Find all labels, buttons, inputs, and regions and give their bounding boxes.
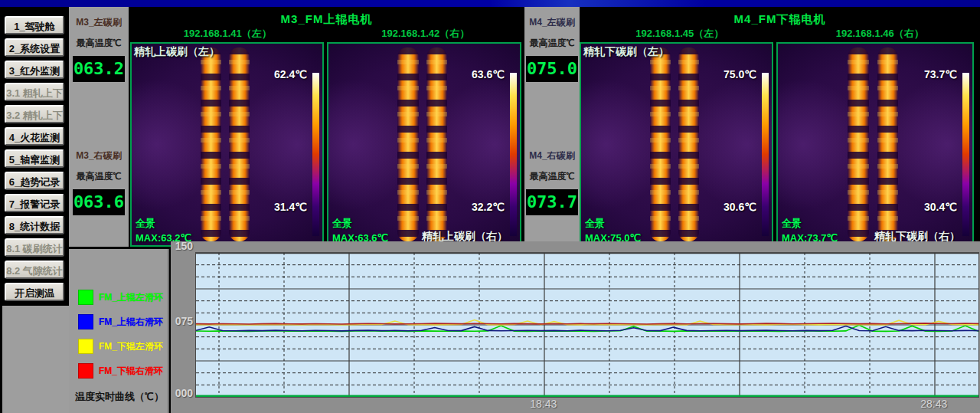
legend-label: FM_下辊左滑环	[99, 340, 163, 353]
thermal-caption: 精轧上碳刷（左）	[134, 45, 220, 59]
m4-left-camera-ip: 192.168.1.45（左）	[580, 27, 780, 41]
legend-item: FM_下辊左滑环	[78, 338, 163, 355]
m4-right-brush-temp-display: 073.7	[526, 189, 578, 215]
sidebar-item-airgap-stats[interactable]: 8.2 气隙统计	[5, 261, 64, 279]
sidebar-item-brush-stats[interactable]: 8.1 碳刷统计	[5, 238, 64, 257]
max-temp-caption: 最高温度℃	[69, 170, 129, 183]
m3-right-brush-temp-display: 063.6	[73, 189, 125, 215]
sidebar-filler	[2, 306, 69, 413]
legend-swatch	[78, 339, 93, 354]
x-axis-label: 28:43	[920, 398, 947, 410]
legend-label: FM_上辊左滑环	[99, 291, 163, 304]
sidebar-button-list: 1_驾驶舱2_系统设置3_红外监测3.1 粗轧上下3.2 精轧上下4_火花监测5…	[0, 7, 69, 301]
panorama-label: 全景	[332, 217, 352, 231]
hmi-screen: 1_驾驶舱2_系统设置3_红外监测3.1 粗轧上下3.2 精轧上下4_火花监测5…	[0, 0, 980, 413]
sidebar-item-trend-record[interactable]: 6_趋势记录	[5, 172, 64, 190]
sidebar-item-stats-data[interactable]: 8_统计数据	[5, 216, 64, 234]
legend-label: FM_下辊右滑环	[99, 365, 163, 378]
sidebar-item-shaft-monitor[interactable]: 5_轴窜监测	[5, 149, 64, 168]
sidebar-item-spark-monitor[interactable]: 4_火花监测	[5, 127, 64, 146]
thermal-image-m3-left: 精轧上碳刷（左） 62.4℃ 31.4℃ 全景 MAX:63.2℃	[130, 42, 324, 247]
panorama-label: 全景	[136, 217, 155, 231]
temperature-scalebar	[762, 73, 769, 236]
m4-motor-title: M4_FM下辊电机	[580, 12, 980, 27]
y-axis-label: 075	[172, 315, 193, 327]
y-axis-label: 150	[172, 240, 193, 252]
sidebar-item-rough-mill-ud[interactable]: 3.1 粗轧上下	[5, 83, 64, 101]
scale-max-temp: 63.6℃	[472, 68, 505, 80]
m4-left-brush-temp-display: 075.0	[526, 56, 578, 82]
thermal-image-m4-left: 精轧下碳刷（左） 75.0℃ 30.6℃ 全景 MAX:75.0℃	[580, 42, 773, 247]
m3-left-brush-label: M3_左碳刷	[69, 16, 129, 29]
m4-brush-panel: M4_左碳刷 最高温度℃ 075.0 M4_右碳刷 最高温度℃ 073.7	[524, 7, 580, 247]
m4-right-camera-ip: 192.168.1.46（右）	[780, 27, 980, 41]
scale-max-temp: 75.0℃	[724, 68, 756, 80]
trend-chart-frame: 150 075 000 18:4328:43	[171, 241, 980, 413]
max-temp-caption: 最高温度℃	[524, 170, 580, 183]
trend-chart-title: 温度实时曲线（℃）	[75, 390, 164, 404]
m3-right-brush-label: M3_右碳刷	[69, 149, 129, 162]
legend-swatch	[78, 290, 93, 305]
legend-swatch	[78, 314, 93, 329]
temperature-scalebar	[962, 73, 969, 236]
scale-min-temp: 30.6℃	[724, 201, 756, 213]
thermal-image-m4-right: 精轧下碳刷（右） 73.7℃ 30.4℃ 全景 MAX:73.7℃	[776, 42, 974, 247]
m3-camera-header: M3_FM上辊电机 192.168.1.41（左） 192.168.1.42（右…	[129, 7, 524, 42]
legend-label: FM_上辊右滑环	[99, 316, 163, 329]
scale-max-temp: 62.4℃	[274, 68, 307, 80]
thermal-caption: 精轧下碳刷（左）	[583, 45, 669, 59]
sidebar-item-cockpit[interactable]: 1_驾驶舱	[5, 16, 64, 34]
thermal-image-m3-right: 精轧上碳刷（右） 63.6℃ 32.2℃ 全景 MAX:63.6℃	[327, 42, 521, 247]
panorama-label: 全景	[585, 217, 605, 231]
sidebar-item-infrared-monitor[interactable]: 3_红外监测	[5, 61, 64, 79]
trend-plot-area	[195, 252, 979, 398]
scale-max-temp: 73.7℃	[924, 68, 957, 80]
scale-min-temp: 31.4℃	[274, 201, 307, 213]
m3-right-camera-ip: 192.168.1.42（右）	[327, 27, 525, 41]
temperature-scalebar	[312, 73, 319, 236]
title-strip	[0, 0, 980, 7]
panorama-label: 全景	[782, 217, 802, 231]
y-axis-label: 000	[172, 387, 193, 399]
legend-item: FM_上辊左滑环	[78, 289, 163, 306]
trend-series	[196, 323, 978, 324]
max-temp-caption: 最高温度℃	[69, 37, 129, 50]
max-temp-caption: 最高温度℃	[524, 37, 580, 50]
m4-right-brush-label: M4_右碳刷	[524, 149, 580, 162]
sidebar-item-finish-mill-ud[interactable]: 3.2 精轧上下	[5, 105, 64, 123]
m3-brush-panel: M3_左碳刷 最高温度℃ 063.2 M3_右碳刷 最高温度℃ 063.6	[69, 7, 129, 247]
m4-camera-header: M4_FM下辊电机 192.168.1.45（左） 192.168.1.46（右…	[580, 7, 980, 42]
x-axis-label: 18:43	[530, 398, 557, 410]
m3-left-brush-temp-display: 063.2	[73, 56, 125, 82]
m3-left-camera-ip: 192.168.1.41（左）	[129, 27, 327, 41]
sidebar-item-alarm-record[interactable]: 7_报警记录	[5, 194, 64, 212]
legend-item: FM_下辊右滑环	[78, 362, 163, 379]
m3-motor-title: M3_FM上辊电机	[129, 12, 524, 27]
sidebar-item-start-measure[interactable]: 开启测温	[5, 283, 64, 301]
scale-min-temp: 32.2℃	[472, 201, 505, 213]
legend-swatch	[78, 363, 93, 379]
m4-left-brush-label: M4_左碳刷	[524, 16, 580, 29]
sidebar-item-system-settings[interactable]: 2_系统设置	[5, 38, 64, 57]
sidebar-nav: 1_驾驶舱2_系统设置3_红外监测3.1 粗轧上下3.2 精轧上下4_火花监测5…	[0, 7, 69, 413]
legend-item: FM_上辊右滑环	[78, 313, 163, 330]
temperature-scalebar	[510, 73, 517, 236]
trend-series	[196, 326, 978, 331]
scale-min-temp: 30.4℃	[924, 201, 957, 213]
trend-legend-panel: FM_上辊左滑环FM_上辊右滑环FM_下辊左滑环FM_下辊右滑环 温度实时曲线（…	[69, 249, 169, 413]
